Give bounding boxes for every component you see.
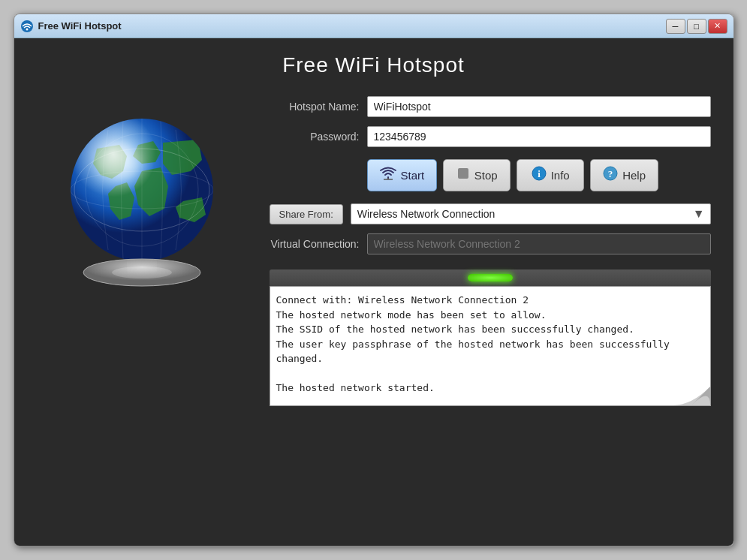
virtual-connection-row: Virtual Connection:: [270, 233, 711, 254]
content-area: Free WiFi Hotspot: [14, 38, 733, 546]
info-label: Info: [551, 169, 570, 182]
svg-point-10: [97, 145, 142, 182]
svg-point-1: [26, 28, 28, 30]
app-icon: [20, 20, 34, 33]
app-title: Free WiFi Hotspot: [14, 38, 733, 89]
status-bar: [270, 269, 711, 286]
start-label: Start: [401, 169, 425, 182]
share-from-select[interactable]: Wireless Network Connection Local Area C…: [351, 203, 711, 224]
help-label: Help: [622, 169, 646, 182]
share-from-row: Share From: Wireless Network Connection …: [270, 203, 711, 224]
password-row: Password:: [270, 126, 711, 147]
app-window: Free WiFi Hotspot ─ □ ✕ Free WiFi Hotspo…: [14, 14, 734, 546]
hotspot-name-row: Hotspot Name:: [270, 96, 711, 117]
globe-svg: [52, 104, 232, 314]
share-select-container: Wireless Network Connection Local Area C…: [351, 203, 711, 224]
minimize-button[interactable]: ─: [666, 19, 685, 34]
stop-label: Stop: [474, 169, 498, 182]
password-input[interactable]: [367, 126, 711, 147]
info-button[interactable]: i Info: [517, 159, 584, 191]
title-bar: Free WiFi Hotspot ─ □ ✕: [14, 14, 733, 38]
maximize-button[interactable]: □: [687, 19, 706, 34]
title-bar-left: Free WiFi Hotspot: [20, 20, 122, 33]
status-led: [468, 274, 513, 282]
main-content: Hotspot Name: Password:: [14, 89, 733, 546]
stop-icon: [456, 167, 470, 184]
buttons-row: Start Stop: [367, 159, 711, 191]
help-button[interactable]: ? Help: [590, 159, 658, 191]
virtual-connection-label: Virtual Connection:: [270, 238, 360, 250]
help-icon: ?: [603, 166, 618, 185]
log-text: Connect with: Wireless Network Connectio…: [276, 293, 704, 396]
svg-point-9: [71, 119, 213, 261]
svg-text:i: i: [538, 168, 541, 179]
title-bar-text: Free WiFi Hotspot: [38, 20, 122, 32]
status-bar-container: Connect with: Wireless Network Connectio…: [270, 269, 711, 406]
hotspot-name-input[interactable]: [367, 96, 711, 117]
title-bar-controls: ─ □ ✕: [666, 19, 727, 34]
wifi-icon: [380, 167, 396, 184]
svg-text:?: ?: [608, 168, 613, 179]
virtual-connection-input: [367, 233, 711, 254]
password-label: Password:: [270, 131, 360, 143]
info-icon: i: [532, 166, 547, 185]
start-button[interactable]: Start: [367, 159, 438, 191]
close-button[interactable]: ✕: [708, 19, 727, 34]
share-from-button[interactable]: Share From:: [270, 204, 343, 224]
hotspot-name-label: Hotspot Name:: [270, 101, 360, 113]
stop-button[interactable]: Stop: [443, 159, 511, 191]
svg-rect-18: [458, 168, 468, 179]
globe-container: [52, 104, 232, 314]
curl-corner-icon: [673, 368, 710, 405]
right-panel: Hotspot Name: Password:: [270, 89, 711, 531]
log-area[interactable]: Connect with: Wireless Network Connectio…: [270, 286, 711, 406]
globe-section: [37, 89, 247, 531]
svg-point-15: [112, 266, 172, 278]
